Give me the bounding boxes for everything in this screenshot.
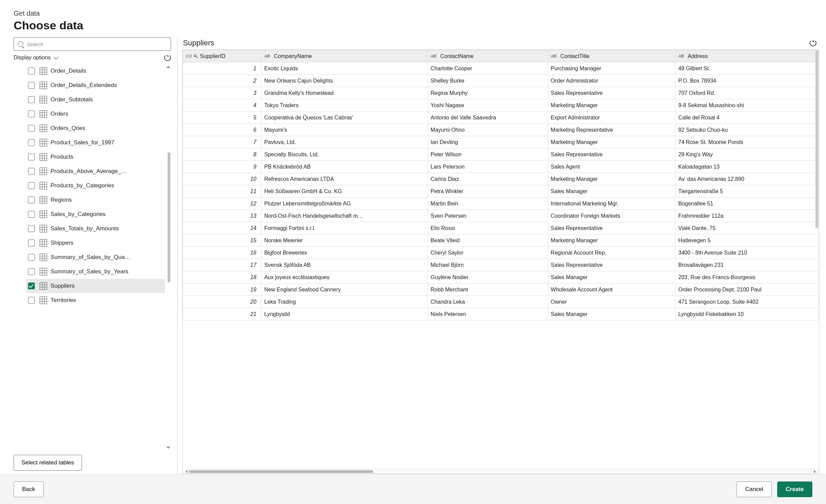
column-header-contacttitle[interactable]: ABC ContactTitle	[548, 50, 675, 62]
table-row[interactable]: 19New England Seafood CanneryRobb Mercha…	[183, 284, 819, 296]
cell: 9	[183, 161, 261, 173]
table-row[interactable]: 6Mayumi'sMayumi OhnoMarketing Representa…	[183, 124, 819, 136]
tree-item-orders[interactable]: Orders	[26, 107, 165, 121]
table-row[interactable]: 16Bigfoot BreweriesCheryl SaylorRegional…	[183, 247, 819, 259]
tree-item-order_subtotals[interactable]: Order_Subtotals	[26, 92, 165, 107]
checkbox[interactable]	[28, 240, 35, 246]
column-header-supplierid[interactable]: 1²3 SupplierID	[183, 50, 261, 62]
scroll-thumb[interactable]	[815, 51, 818, 228]
table-row[interactable]: 20Leka TradingChandra LekaOwner471 Seran…	[183, 296, 819, 308]
checkbox[interactable]	[28, 168, 35, 175]
checkbox[interactable]	[28, 283, 35, 289]
cell: Peter Wilson	[428, 148, 548, 161]
checkbox[interactable]	[28, 139, 35, 146]
table-row[interactable]: 13Nord-Ost-Fisch Handelsgesellschaft m…S…	[183, 210, 819, 222]
tree-item-order_details[interactable]: Order_Details	[26, 64, 165, 78]
cell: Regina Murphy	[428, 87, 548, 99]
checkbox[interactable]	[28, 154, 35, 160]
table-row[interactable]: 17Svensk Sjöföda ABMichael BjörnSales Re…	[183, 259, 819, 271]
tree-item-sales_by_categories[interactable]: Sales_by_Categories	[26, 207, 165, 221]
checkbox[interactable]	[28, 125, 35, 132]
tree-item-product_sales_for_1997[interactable]: Product_Sales_for_1997	[26, 135, 165, 150]
table-row[interactable]: 14Formaggi Fortini s.r.l.Elio RossiSales…	[183, 222, 819, 234]
refresh-preview-icon[interactable]	[810, 40, 816, 46]
table-icon	[40, 297, 47, 304]
table-row[interactable]: 12Plutzer Lebensmittelgroßmärkte AGMarti…	[183, 198, 819, 210]
table-row[interactable]: 8Specialty Biscuits, Ltd.Peter WilsonSal…	[183, 148, 819, 161]
table-row[interactable]: 7Pavlova, Ltd.Ian DevlingMarketing Manag…	[183, 136, 819, 148]
cell: Bigfoot Breweries	[261, 247, 428, 259]
column-header-companyname[interactable]: ABC CompanyName	[261, 50, 428, 62]
tree-item-summary_of_sales_by_qua…[interactable]: Summary_of_Sales_by_Qua…	[26, 250, 165, 264]
column-name: CompanyName	[272, 53, 312, 59]
scroll-up-arrow-icon[interactable]	[166, 64, 170, 68]
column-header-address[interactable]: ABC Address	[675, 50, 819, 62]
table-row[interactable]: 5Cooperativa de Quesos 'Las Cabras'Anton…	[183, 112, 819, 124]
cell: Robb Merchant	[428, 284, 548, 296]
checkbox[interactable]	[28, 68, 35, 74]
checkbox[interactable]	[28, 268, 35, 275]
scroll-thumb[interactable]	[189, 470, 373, 473]
table-row[interactable]: 10Refrescos Americanas LTDACarlos DiazMa…	[183, 173, 819, 185]
tree-item-order_details_extendeds[interactable]: Order_Details_Extendeds	[26, 78, 165, 92]
checkbox[interactable]	[28, 297, 35, 304]
select-related-tables-button[interactable]: Select related tables	[14, 455, 82, 471]
cell: Marketing Manager	[548, 136, 675, 148]
checkbox[interactable]	[28, 211, 35, 218]
table-row[interactable]: 4Tokyo TradersYoshi NagaseMarketing Mana…	[183, 99, 819, 112]
tree-item-label: Suppliers	[51, 283, 75, 289]
tree-item-label: Regions	[51, 197, 72, 203]
search-input[interactable]	[14, 37, 171, 51]
tree-item-products[interactable]: Products	[26, 150, 165, 164]
table-row[interactable]: 3Grandma Kelly's HomesteadRegina MurphyS…	[183, 87, 819, 99]
cell: 3	[183, 87, 261, 99]
scroll-right-arrow-icon[interactable]	[814, 470, 817, 473]
tree-item-products_above_average_…[interactable]: Products_Above_Average_…	[26, 164, 165, 178]
tree-item-suppliers[interactable]: Suppliers	[26, 279, 165, 293]
tree-item-shippers[interactable]: Shippers	[26, 236, 165, 250]
table-row[interactable]: 9PB Knäckebröd ABLars PetersonSales Agen…	[183, 161, 819, 173]
cell: 707 Oxford Rd.	[675, 87, 819, 99]
checkbox[interactable]	[28, 225, 35, 232]
tree-scrollbar[interactable]	[168, 64, 171, 451]
table-row[interactable]: 11Heli Süßwaren GmbH & Co. KGPetra Winkl…	[183, 185, 819, 198]
table-icon	[40, 110, 47, 118]
checkbox[interactable]	[28, 96, 35, 103]
grid-vertical-scrollbar[interactable]	[815, 50, 819, 469]
table-icon	[40, 282, 47, 290]
checkbox[interactable]	[28, 182, 35, 189]
table-row[interactable]: 21LyngbysildNiels PetersenSales ManagerL…	[183, 308, 819, 320]
cell: Grandma Kelly's Homestead	[261, 87, 428, 99]
table-row[interactable]: 2New Orleans Cajun DelightsShelley Burke…	[183, 75, 819, 87]
create-button[interactable]: Create	[777, 481, 812, 497]
checkbox[interactable]	[28, 82, 35, 89]
table-row[interactable]: 15Norske MeierierBeate VileidMarketing M…	[183, 234, 819, 247]
refresh-navigator-icon[interactable]	[164, 54, 171, 61]
back-button[interactable]: Back	[14, 481, 44, 497]
tree-item-label: Sales_by_Categories	[51, 211, 106, 218]
checkbox[interactable]	[28, 197, 35, 203]
checkbox[interactable]	[28, 254, 35, 261]
tree-item-products_by_categories[interactable]: Products_by_Categories	[26, 178, 165, 193]
tree-item-label: Order_Details_Extendeds	[51, 82, 117, 89]
cell: Heli Süßwaren GmbH & Co. KG	[261, 185, 428, 198]
table-row[interactable]: 1Exotic LiquidsCharlotte CooperPurchasin…	[183, 62, 819, 75]
tree-item-sales_totals_by_amounts[interactable]: Sales_Totals_by_Amounts	[26, 221, 165, 236]
tree-item-territories[interactable]: Territories	[26, 293, 165, 307]
cell: Nord-Ost-Fisch Handelsgesellschaft m…	[261, 210, 428, 222]
tree-item-regions[interactable]: Regions	[26, 193, 165, 207]
tree-item-summary_of_sales_by_years[interactable]: Summary_of_Sales_by_Years	[26, 264, 165, 279]
column-header-contactname[interactable]: ABC ContactName	[428, 50, 548, 62]
cancel-button[interactable]: Cancel	[737, 481, 772, 497]
cell: 92 Setsuko Chuo-ku	[675, 124, 819, 136]
tree-item-orders_qries[interactable]: Orders_Qries	[26, 121, 165, 135]
cell: Export Administrator	[548, 112, 675, 124]
table-row[interactable]: 18Aux joyeux ecclésiastiquesGuylène Nodi…	[183, 271, 819, 284]
grid-horizontal-scrollbar[interactable]	[183, 469, 819, 474]
display-options-button[interactable]: Display options	[14, 55, 51, 61]
column-name: SupplierID	[198, 53, 225, 59]
checkbox[interactable]	[28, 111, 35, 117]
scroll-left-arrow-icon[interactable]	[184, 470, 187, 473]
scroll-thumb[interactable]	[168, 153, 170, 282]
scroll-down-arrow-icon[interactable]	[166, 447, 170, 451]
